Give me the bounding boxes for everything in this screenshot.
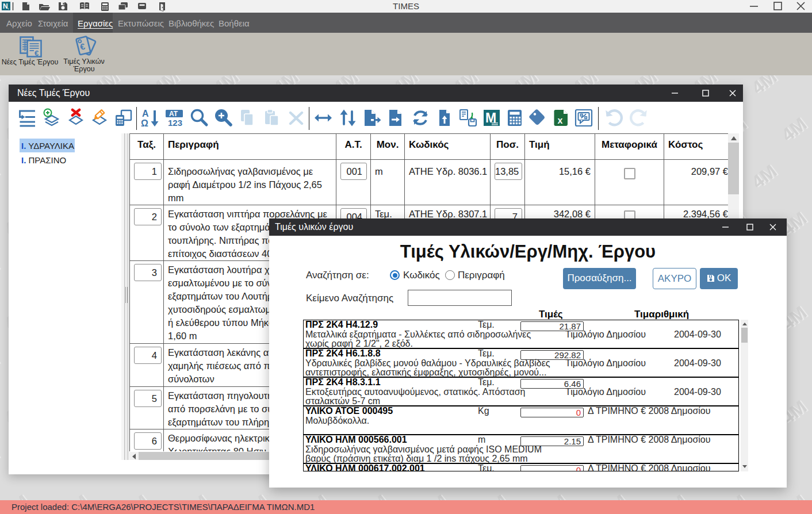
svg-text:N: N (3, 2, 8, 10)
svg-text:x: x (558, 116, 563, 125)
svg-text:Ω: Ω (141, 118, 148, 128)
svg-text:Α: Α (142, 109, 149, 118)
svg-text:€: € (35, 49, 39, 57)
svg-text:AT: AT (169, 110, 178, 118)
svg-text:123: 123 (168, 118, 182, 128)
